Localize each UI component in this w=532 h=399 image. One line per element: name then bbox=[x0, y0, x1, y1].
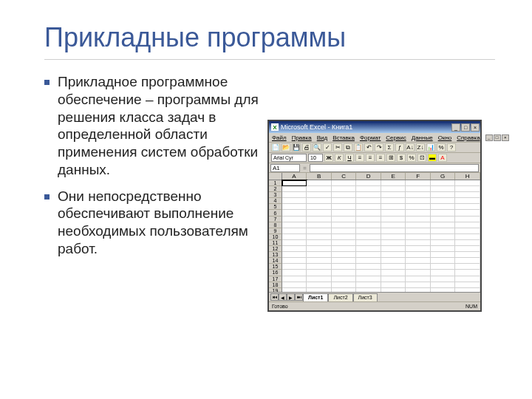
row-header[interactable]: 9 bbox=[269, 228, 282, 234]
print-icon[interactable]: 🖨 bbox=[302, 143, 311, 151]
cell[interactable] bbox=[307, 288, 332, 292]
cell[interactable] bbox=[282, 216, 307, 222]
cell[interactable] bbox=[332, 192, 357, 198]
tab-nav-prev-icon[interactable]: ◀ bbox=[279, 293, 287, 301]
cell[interactable] bbox=[282, 252, 307, 258]
cell[interactable] bbox=[455, 210, 480, 216]
cell[interactable] bbox=[356, 264, 381, 270]
cell[interactable] bbox=[332, 234, 357, 240]
cell[interactable] bbox=[431, 186, 456, 192]
row-header[interactable]: 6 bbox=[269, 210, 282, 216]
cell[interactable] bbox=[431, 246, 456, 252]
cell[interactable] bbox=[307, 180, 332, 186]
cell[interactable] bbox=[332, 288, 357, 292]
cell[interactable] bbox=[431, 210, 456, 216]
cell[interactable] bbox=[381, 216, 406, 222]
cell[interactable] bbox=[307, 252, 332, 258]
cell[interactable] bbox=[406, 204, 431, 210]
cell[interactable] bbox=[356, 282, 381, 288]
cell[interactable] bbox=[406, 234, 431, 240]
cell[interactable] bbox=[356, 216, 381, 222]
row-header[interactable]: 13 bbox=[269, 252, 282, 258]
row-header[interactable]: 2 bbox=[269, 186, 282, 192]
cell[interactable] bbox=[332, 222, 357, 228]
row-header[interactable]: 10 bbox=[269, 234, 282, 240]
cell[interactable] bbox=[307, 276, 332, 282]
fill-color-icon[interactable]: ▬ bbox=[428, 154, 437, 162]
underline-icon[interactable]: Ч bbox=[345, 154, 354, 162]
cell[interactable] bbox=[332, 186, 357, 192]
cell[interactable] bbox=[406, 288, 431, 292]
cell[interactable] bbox=[332, 210, 357, 216]
cell[interactable] bbox=[356, 252, 381, 258]
currency-icon[interactable]: $ bbox=[397, 154, 406, 162]
cell[interactable] bbox=[431, 252, 456, 258]
font-selector[interactable]: Arial Cyr bbox=[271, 154, 307, 162]
cell[interactable] bbox=[431, 264, 456, 270]
cell[interactable] bbox=[332, 204, 357, 210]
paste-icon[interactable]: 📋 bbox=[354, 143, 363, 151]
cell[interactable] bbox=[431, 198, 456, 204]
row-header[interactable]: 15 bbox=[269, 264, 282, 270]
cell[interactable] bbox=[332, 216, 357, 222]
col-header[interactable]: C bbox=[332, 173, 357, 180]
zoom-icon[interactable]: % bbox=[437, 143, 446, 151]
cell[interactable] bbox=[406, 240, 431, 246]
cell[interactable] bbox=[356, 186, 381, 192]
cell[interactable] bbox=[356, 228, 381, 234]
cell[interactable] bbox=[406, 246, 431, 252]
undo-icon[interactable]: ↶ bbox=[364, 143, 373, 151]
cell[interactable] bbox=[455, 246, 480, 252]
cell[interactable] bbox=[332, 240, 357, 246]
cell[interactable] bbox=[406, 282, 431, 288]
cell[interactable] bbox=[282, 204, 307, 210]
sheet-tab[interactable]: Лист3 bbox=[353, 293, 378, 301]
select-all-corner[interactable] bbox=[269, 173, 282, 180]
cell[interactable] bbox=[282, 210, 307, 216]
cell[interactable] bbox=[332, 282, 357, 288]
cell[interactable] bbox=[431, 222, 456, 228]
cell[interactable] bbox=[356, 210, 381, 216]
cell[interactable] bbox=[356, 240, 381, 246]
cell[interactable] bbox=[307, 228, 332, 234]
cell[interactable] bbox=[381, 276, 406, 282]
cell[interactable] bbox=[282, 198, 307, 204]
cell[interactable] bbox=[406, 192, 431, 198]
cell[interactable] bbox=[455, 276, 480, 282]
cell[interactable] bbox=[455, 186, 480, 192]
cell[interactable] bbox=[431, 258, 456, 264]
cell[interactable] bbox=[356, 246, 381, 252]
row-header[interactable]: 4 bbox=[269, 198, 282, 204]
cell[interactable] bbox=[406, 258, 431, 264]
cell[interactable] bbox=[381, 186, 406, 192]
cell[interactable] bbox=[307, 192, 332, 198]
minimize-button[interactable]: _ bbox=[451, 123, 460, 132]
cell[interactable] bbox=[406, 252, 431, 258]
cell[interactable] bbox=[406, 210, 431, 216]
cell[interactable] bbox=[332, 252, 357, 258]
open-icon[interactable]: 📂 bbox=[282, 143, 290, 151]
cell[interactable] bbox=[381, 228, 406, 234]
row-header[interactable]: 18 bbox=[269, 282, 282, 288]
row-header[interactable]: 16 bbox=[269, 270, 282, 276]
cell[interactable] bbox=[381, 270, 406, 276]
cell[interactable] bbox=[356, 198, 381, 204]
sort-desc-icon[interactable]: Z↓ bbox=[416, 143, 425, 151]
cell[interactable] bbox=[381, 258, 406, 264]
cell[interactable] bbox=[307, 264, 332, 270]
row-header[interactable]: 5 bbox=[269, 204, 282, 210]
mdi-minimize-button[interactable]: _ bbox=[485, 134, 493, 141]
cell[interactable] bbox=[406, 180, 431, 186]
row-header[interactable]: 12 bbox=[269, 246, 282, 252]
sum-icon[interactable]: Σ bbox=[385, 143, 394, 151]
cell[interactable] bbox=[381, 240, 406, 246]
cell[interactable] bbox=[455, 228, 480, 234]
cell[interactable] bbox=[406, 270, 431, 276]
col-header[interactable]: H bbox=[455, 173, 480, 180]
cell[interactable] bbox=[381, 192, 406, 198]
cell[interactable] bbox=[455, 252, 480, 258]
chart-icon[interactable]: 📊 bbox=[426, 143, 435, 151]
cell[interactable] bbox=[455, 180, 480, 186]
sheet-tab[interactable]: Лист1 bbox=[303, 293, 328, 301]
cell[interactable] bbox=[307, 216, 332, 222]
